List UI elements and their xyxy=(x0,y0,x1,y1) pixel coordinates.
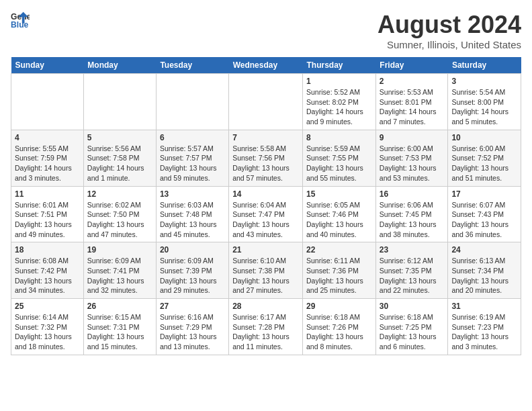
day-number: 31 xyxy=(451,302,517,311)
day-number: 2 xyxy=(380,77,445,86)
day-info: Sunrise: 6:09 AM Sunset: 7:39 PM Dayligh… xyxy=(160,256,225,295)
day-info: Sunrise: 6:11 AM Sunset: 7:36 PM Dayligh… xyxy=(306,256,372,295)
day-info: Sunrise: 5:53 AM Sunset: 8:01 PM Dayligh… xyxy=(380,87,445,127)
svg-text:Blue: Blue xyxy=(11,20,29,30)
calendar-cell xyxy=(156,74,228,130)
week-row-1: 1Sunrise: 5:52 AM Sunset: 8:02 PM Daylig… xyxy=(11,74,521,130)
calendar-cell: 23Sunrise: 6:12 AM Sunset: 7:35 PM Dayli… xyxy=(375,242,448,299)
calendar-cell xyxy=(83,74,156,130)
day-number: 30 xyxy=(380,302,445,311)
main-title: August 2024 xyxy=(378,11,521,39)
calendar-table: SundayMondayTuesdayWednesdayThursdayFrid… xyxy=(11,57,521,355)
day-number: 17 xyxy=(451,189,517,199)
day-info: Sunrise: 6:09 AM Sunset: 7:41 PM Dayligh… xyxy=(87,256,152,295)
day-info: Sunrise: 6:17 AM Sunset: 7:28 PM Dayligh… xyxy=(232,312,299,352)
day-number: 6 xyxy=(160,133,225,142)
day-info: Sunrise: 6:18 AM Sunset: 7:25 PM Dayligh… xyxy=(380,312,445,352)
day-number: 18 xyxy=(15,245,80,255)
day-number: 4 xyxy=(15,133,80,142)
calendar-cell: 24Sunrise: 6:13 AM Sunset: 7:34 PM Dayli… xyxy=(448,242,521,299)
page-header: General Blue August 2024 Sumner, Illinoi… xyxy=(11,11,521,50)
calendar-cell: 26Sunrise: 6:15 AM Sunset: 7:31 PM Dayli… xyxy=(83,299,156,355)
calendar-cell: 17Sunrise: 6:07 AM Sunset: 7:43 PM Dayli… xyxy=(448,186,521,242)
calendar-cell: 3Sunrise: 5:54 AM Sunset: 8:00 PM Daylig… xyxy=(448,74,521,130)
day-number: 14 xyxy=(232,189,299,199)
day-number: 24 xyxy=(451,245,517,255)
calendar-cell: 28Sunrise: 6:17 AM Sunset: 7:28 PM Dayli… xyxy=(229,299,303,355)
calendar-cell: 13Sunrise: 6:03 AM Sunset: 7:48 PM Dayli… xyxy=(156,186,228,242)
subtitle: Sumner, Illinois, United States xyxy=(378,39,521,50)
day-info: Sunrise: 6:06 AM Sunset: 7:45 PM Dayligh… xyxy=(380,200,445,240)
day-info: Sunrise: 6:13 AM Sunset: 7:34 PM Dayligh… xyxy=(451,256,517,295)
day-info: Sunrise: 5:54 AM Sunset: 8:00 PM Dayligh… xyxy=(451,87,517,127)
week-row-5: 25Sunrise: 6:14 AM Sunset: 7:32 PM Dayli… xyxy=(11,299,521,355)
day-number: 10 xyxy=(451,133,517,142)
day-number: 23 xyxy=(380,245,445,255)
day-info: Sunrise: 6:10 AM Sunset: 7:38 PM Dayligh… xyxy=(232,256,299,295)
calendar-cell: 27Sunrise: 6:16 AM Sunset: 7:29 PM Dayli… xyxy=(156,299,228,355)
day-number: 3 xyxy=(451,77,517,86)
calendar-cell: 19Sunrise: 6:09 AM Sunset: 7:41 PM Dayli… xyxy=(83,242,156,299)
day-number: 29 xyxy=(306,302,372,311)
week-row-3: 11Sunrise: 6:01 AM Sunset: 7:51 PM Dayli… xyxy=(11,186,521,242)
day-info: Sunrise: 6:19 AM Sunset: 7:23 PM Dayligh… xyxy=(451,312,517,352)
calendar-cell: 7Sunrise: 5:58 AM Sunset: 7:56 PM Daylig… xyxy=(229,130,303,186)
day-number: 12 xyxy=(87,189,152,199)
day-info: Sunrise: 6:00 AM Sunset: 7:53 PM Dayligh… xyxy=(380,144,445,183)
title-section: August 2024 Sumner, Illinois, United Sta… xyxy=(378,11,521,50)
day-number: 28 xyxy=(232,302,299,311)
day-number: 25 xyxy=(15,302,80,311)
day-number: 13 xyxy=(160,189,225,199)
calendar-cell: 9Sunrise: 6:00 AM Sunset: 7:53 PM Daylig… xyxy=(375,130,448,186)
day-info: Sunrise: 6:01 AM Sunset: 7:51 PM Dayligh… xyxy=(15,200,80,240)
day-info: Sunrise: 6:18 AM Sunset: 7:26 PM Dayligh… xyxy=(306,312,372,352)
calendar-cell: 5Sunrise: 5:56 AM Sunset: 7:58 PM Daylig… xyxy=(83,130,156,186)
week-row-4: 18Sunrise: 6:08 AM Sunset: 7:42 PM Dayli… xyxy=(11,242,521,299)
calendar-cell: 4Sunrise: 5:55 AM Sunset: 7:59 PM Daylig… xyxy=(11,130,84,186)
day-info: Sunrise: 6:03 AM Sunset: 7:48 PM Dayligh… xyxy=(160,200,225,240)
day-info: Sunrise: 6:08 AM Sunset: 7:42 PM Dayligh… xyxy=(15,256,80,295)
day-info: Sunrise: 6:04 AM Sunset: 7:47 PM Dayligh… xyxy=(232,200,299,240)
header-row: SundayMondayTuesdayWednesdayThursdayFrid… xyxy=(11,57,521,74)
calendar-cell: 30Sunrise: 6:18 AM Sunset: 7:25 PM Dayli… xyxy=(375,299,448,355)
column-header-wednesday: Wednesday xyxy=(229,57,303,74)
calendar-cell: 15Sunrise: 6:05 AM Sunset: 7:46 PM Dayli… xyxy=(303,186,376,242)
day-info: Sunrise: 6:05 AM Sunset: 7:46 PM Dayligh… xyxy=(306,200,372,240)
calendar-cell: 16Sunrise: 6:06 AM Sunset: 7:45 PM Dayli… xyxy=(375,186,448,242)
calendar-cell: 8Sunrise: 5:59 AM Sunset: 7:55 PM Daylig… xyxy=(303,130,376,186)
calendar-cell: 25Sunrise: 6:14 AM Sunset: 7:32 PM Dayli… xyxy=(11,299,84,355)
day-number: 26 xyxy=(87,302,152,311)
calendar-cell: 2Sunrise: 5:53 AM Sunset: 8:01 PM Daylig… xyxy=(375,74,448,130)
day-number: 16 xyxy=(380,189,445,199)
calendar-cell: 18Sunrise: 6:08 AM Sunset: 7:42 PM Dayli… xyxy=(11,242,84,299)
day-info: Sunrise: 6:16 AM Sunset: 7:29 PM Dayligh… xyxy=(160,312,225,352)
day-number: 1 xyxy=(306,77,372,86)
day-number: 9 xyxy=(380,133,445,142)
day-info: Sunrise: 5:59 AM Sunset: 7:55 PM Dayligh… xyxy=(306,144,372,183)
calendar-cell: 14Sunrise: 6:04 AM Sunset: 7:47 PM Dayli… xyxy=(229,186,303,242)
day-number: 20 xyxy=(160,245,225,255)
calendar-cell: 31Sunrise: 6:19 AM Sunset: 7:23 PM Dayli… xyxy=(448,299,521,355)
day-info: Sunrise: 5:52 AM Sunset: 8:02 PM Dayligh… xyxy=(306,87,372,127)
column-header-tuesday: Tuesday xyxy=(156,57,228,74)
column-header-monday: Monday xyxy=(83,57,156,74)
day-info: Sunrise: 6:00 AM Sunset: 7:52 PM Dayligh… xyxy=(451,144,517,183)
calendar-cell: 12Sunrise: 6:02 AM Sunset: 7:50 PM Dayli… xyxy=(83,186,156,242)
day-number: 27 xyxy=(160,302,225,311)
day-number: 7 xyxy=(232,133,299,142)
day-info: Sunrise: 6:02 AM Sunset: 7:50 PM Dayligh… xyxy=(87,200,152,240)
calendar-cell: 6Sunrise: 5:57 AM Sunset: 7:57 PM Daylig… xyxy=(156,130,228,186)
column-header-thursday: Thursday xyxy=(303,57,376,74)
day-info: Sunrise: 5:55 AM Sunset: 7:59 PM Dayligh… xyxy=(15,144,80,183)
logo-icon: General Blue xyxy=(11,11,30,30)
day-info: Sunrise: 6:14 AM Sunset: 7:32 PM Dayligh… xyxy=(15,312,80,352)
day-number: 19 xyxy=(87,245,152,255)
column-header-saturday: Saturday xyxy=(448,57,521,74)
column-header-sunday: Sunday xyxy=(11,57,84,74)
calendar-cell xyxy=(11,74,84,130)
logo: General Blue xyxy=(11,11,30,30)
day-number: 8 xyxy=(306,133,372,142)
day-info: Sunrise: 6:15 AM Sunset: 7:31 PM Dayligh… xyxy=(87,312,152,352)
day-info: Sunrise: 5:57 AM Sunset: 7:57 PM Dayligh… xyxy=(160,144,225,183)
day-number: 5 xyxy=(87,133,152,142)
